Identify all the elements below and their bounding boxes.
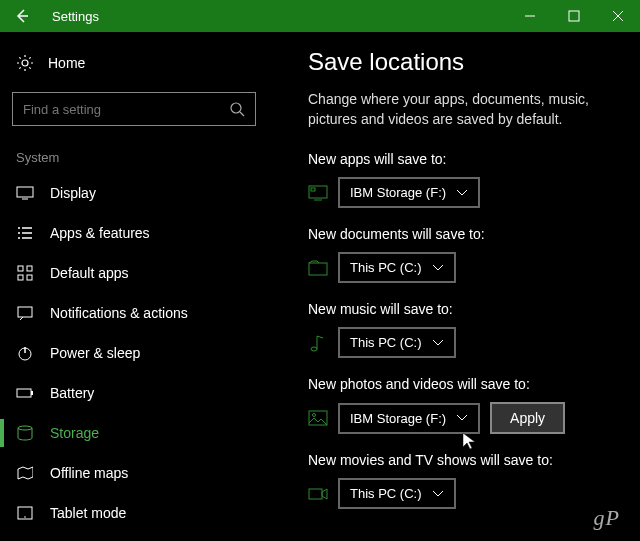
maximize-icon <box>568 10 580 22</box>
documents-save-icon <box>308 260 328 276</box>
svg-point-14 <box>24 516 26 518</box>
page-description: Change where your apps, documents, music… <box>308 90 620 129</box>
sidebar-item-offline-maps[interactable]: Offline maps <box>0 453 268 493</box>
sidebar-item-apps[interactable]: Apps & features <box>0 213 268 253</box>
list-icon <box>16 226 34 240</box>
svg-point-12 <box>18 426 32 430</box>
nav-label: Apps & features <box>50 225 150 241</box>
dropdown-value: IBM Storage (F:) <box>350 411 446 426</box>
content-area: Save locations Change where your apps, d… <box>268 32 640 541</box>
setting-apps: New apps will save to: IBM Storage (F:) <box>308 151 620 208</box>
svg-rect-0 <box>569 11 579 21</box>
search-box[interactable] <box>12 92 256 126</box>
section-label: System <box>0 136 268 173</box>
minimize-button[interactable] <box>508 0 552 32</box>
titlebar: Settings <box>0 0 640 32</box>
window-title: Settings <box>44 9 99 24</box>
svg-rect-17 <box>309 263 327 275</box>
nav-label: Default apps <box>50 265 129 281</box>
sidebar-item-power[interactable]: Power & sleep <box>0 333 268 373</box>
apps-location-dropdown[interactable]: IBM Storage (F:) <box>338 177 480 208</box>
setting-label: New music will save to: <box>308 301 620 317</box>
nav-label: Offline maps <box>50 465 128 481</box>
map-icon <box>16 466 34 480</box>
setting-label: New documents will save to: <box>308 226 620 242</box>
setting-label: New apps will save to: <box>308 151 620 167</box>
setting-label: New photos and videos will save to: <box>308 376 620 392</box>
svg-rect-7 <box>27 275 32 280</box>
chevron-down-icon <box>456 189 468 197</box>
setting-label: New movies and TV shows will save to: <box>308 452 620 468</box>
setting-music: New music will save to: This PC (C:) <box>308 301 620 358</box>
setting-documents: New documents will save to: This PC (C:) <box>308 226 620 283</box>
storage-icon <box>16 425 34 441</box>
nav-label: Display <box>50 185 96 201</box>
movies-location-dropdown[interactable]: This PC (C:) <box>338 478 456 509</box>
svg-rect-4 <box>18 266 23 271</box>
battery-icon <box>16 387 34 399</box>
gear-icon <box>16 54 34 72</box>
svg-rect-6 <box>18 275 23 280</box>
music-location-dropdown[interactable]: This PC (C:) <box>338 327 456 358</box>
sidebar-item-notifications[interactable]: Notifications & actions <box>0 293 268 333</box>
power-icon <box>16 345 34 361</box>
setting-photos: New photos and videos will save to: IBM … <box>308 376 620 434</box>
setting-movies: New movies and TV shows will save to: Th… <box>308 452 620 509</box>
search-input[interactable] <box>23 102 229 117</box>
dropdown-value: This PC (C:) <box>350 486 422 501</box>
svg-rect-11 <box>31 391 33 395</box>
close-button[interactable] <box>596 0 640 32</box>
chevron-down-icon <box>432 490 444 498</box>
svg-rect-8 <box>18 307 32 317</box>
nav-label: Battery <box>50 385 94 401</box>
tablet-icon <box>16 506 34 520</box>
sidebar-item-tablet-mode[interactable]: Tablet mode <box>0 493 268 533</box>
svg-rect-5 <box>27 266 32 271</box>
svg-rect-16 <box>311 188 315 191</box>
message-icon <box>16 306 34 320</box>
monitor-icon <box>16 186 34 200</box>
nav-label: Power & sleep <box>50 345 140 361</box>
chevron-down-icon <box>432 339 444 347</box>
search-icon <box>229 101 245 117</box>
chevron-down-icon <box>456 414 468 422</box>
sidebar-home[interactable]: Home <box>0 44 268 82</box>
sidebar-item-default-apps[interactable]: Default apps <box>0 253 268 293</box>
minimize-icon <box>524 10 536 22</box>
nav-label: Tablet mode <box>50 505 126 521</box>
documents-location-dropdown[interactable]: This PC (C:) <box>338 252 456 283</box>
sidebar-home-label: Home <box>48 55 85 71</box>
nav-label: Storage <box>50 425 99 441</box>
window-controls <box>508 0 640 32</box>
watermark: gP <box>594 505 620 531</box>
back-button[interactable] <box>0 0 44 32</box>
music-save-icon <box>308 334 328 352</box>
photos-save-icon <box>308 410 328 426</box>
apply-button[interactable]: Apply <box>490 402 565 434</box>
arrow-left-icon <box>14 8 30 24</box>
nav-label: Notifications & actions <box>50 305 188 321</box>
svg-rect-3 <box>17 187 33 197</box>
chevron-down-icon <box>432 264 444 272</box>
svg-rect-10 <box>17 389 31 397</box>
close-icon <box>612 10 624 22</box>
dropdown-value: This PC (C:) <box>350 260 422 275</box>
grid-icon <box>16 265 34 281</box>
page-title: Save locations <box>308 48 620 76</box>
movies-save-icon <box>308 487 328 501</box>
photos-location-dropdown[interactable]: IBM Storage (F:) <box>338 403 480 434</box>
sidebar-item-storage[interactable]: Storage <box>0 413 268 453</box>
sidebar-item-display[interactable]: Display <box>0 173 268 213</box>
dropdown-value: This PC (C:) <box>350 335 422 350</box>
maximize-button[interactable] <box>552 0 596 32</box>
svg-point-18 <box>311 347 317 351</box>
sidebar: Home System Display Apps & features Defa… <box>0 32 268 541</box>
svg-point-2 <box>231 103 241 113</box>
svg-rect-21 <box>309 489 322 499</box>
dropdown-value: IBM Storage (F:) <box>350 185 446 200</box>
apps-save-icon <box>308 185 328 201</box>
sidebar-item-battery[interactable]: Battery <box>0 373 268 413</box>
svg-point-20 <box>313 414 316 417</box>
svg-point-1 <box>22 60 28 66</box>
